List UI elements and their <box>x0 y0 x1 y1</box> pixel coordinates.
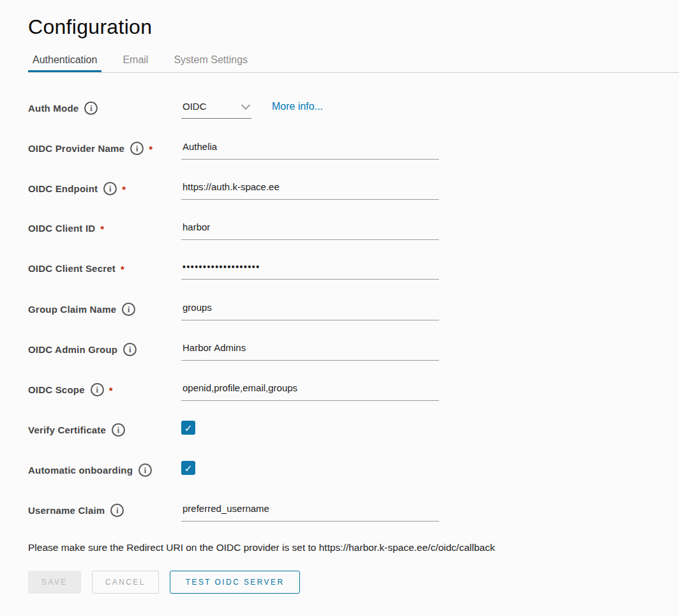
oidc-scope-input[interactable]: openid,profile,email,groups <box>181 378 439 401</box>
info-icon[interactable]: i <box>112 423 125 437</box>
check-icon: ✓ <box>184 463 193 473</box>
required-marker: * <box>109 384 113 396</box>
form-row-oidc-provider-name: OIDC Provider Namei*Authelia <box>28 137 679 161</box>
configuration-page: Configuration AuthenticationEmailSystem … <box>0 15 679 594</box>
group-claim-name-input[interactable]: groups <box>181 297 439 320</box>
automatic-onboarding-control: ✓ <box>181 458 195 475</box>
tab-system-settings[interactable]: System Settings <box>169 48 252 72</box>
info-icon[interactable]: i <box>122 303 135 316</box>
tab-email[interactable]: Email <box>118 48 153 72</box>
field-label-text: Verify Certificate <box>28 424 106 435</box>
oidc-admin-group-control: Harbor Admins <box>181 338 439 361</box>
field-label-text: OIDC Provider Name <box>28 143 124 154</box>
auth-mode-label: Auth Modei <box>28 96 181 115</box>
required-marker: * <box>149 142 153 154</box>
page-title: Configuration <box>28 15 679 39</box>
oidc-scope-label: OIDC Scopei* <box>28 378 181 396</box>
form-row-group-claim-name: Group Claim Nameigroups <box>28 297 679 322</box>
tab-bar: AuthenticationEmailSystem Settings <box>28 48 679 73</box>
field-label-text: Auth Mode <box>28 103 78 114</box>
form-row-oidc-admin-group: OIDC Admin GroupiHarbor Admins <box>28 338 679 362</box>
username-claim-control: preferred_username <box>181 499 439 522</box>
automatic-onboarding-label: Automatic onboardingi <box>28 458 181 477</box>
info-icon[interactable]: i <box>138 463 152 477</box>
field-label-text: OIDC Scope <box>28 384 85 395</box>
more-info-link[interactable]: More info... <box>272 96 323 112</box>
oidc-provider-name-label: OIDC Provider Namei* <box>28 137 181 155</box>
info-icon[interactable]: i <box>130 142 144 155</box>
oidc-client-secret-label: OIDC Client Secret* <box>28 257 181 274</box>
form-row-verify-certificate: Verify Certificatei✓ <box>28 418 679 442</box>
action-buttons: SAVE CANCEL TEST OIDC SERVER <box>28 571 679 594</box>
info-icon[interactable]: i <box>103 182 117 195</box>
username-claim-label: Username Claimi <box>28 499 181 517</box>
field-label-text: OIDC Client Secret <box>28 263 116 274</box>
auth-mode-control: OIDCMore info... <box>181 96 323 119</box>
oidc-provider-name-input[interactable]: Authelia <box>181 137 439 160</box>
info-icon[interactable]: i <box>123 343 137 356</box>
oidc-client-secret-control: ••••••••••••••••••• <box>181 257 439 280</box>
oidc-client-secret-input[interactable]: ••••••••••••••••••• <box>181 257 439 280</box>
form-row-auth-mode: Auth ModeiOIDCMore info... <box>28 96 679 121</box>
oidc-client-id-control: harbor <box>181 217 439 240</box>
oidc-client-id-label: OIDC Client ID* <box>28 217 181 234</box>
field-label-text: OIDC Admin Group <box>28 344 117 355</box>
oidc-endpoint-label: OIDC Endpointi* <box>28 177 181 195</box>
form-row-oidc-client-id: OIDC Client ID*harbor <box>28 217 679 241</box>
info-icon[interactable]: i <box>110 504 124 517</box>
info-icon[interactable]: i <box>91 383 104 396</box>
form-row-oidc-endpoint: OIDC Endpointi*https://auth.k-space.ee <box>28 177 679 201</box>
automatic-onboarding-checkbox[interactable]: ✓ <box>181 461 195 475</box>
required-marker: * <box>100 222 104 234</box>
save-button[interactable]: SAVE <box>28 571 81 594</box>
auth-settings-form: Auth ModeiOIDCMore info...OIDC Provider … <box>28 96 679 523</box>
oidc-endpoint-control: https://auth.k-space.ee <box>181 177 439 200</box>
group-claim-name-label: Group Claim Namei <box>28 297 181 316</box>
form-row-oidc-client-secret: OIDC Client Secret*••••••••••••••••••• <box>28 257 679 282</box>
oidc-client-id-input[interactable]: harbor <box>181 217 439 240</box>
check-icon: ✓ <box>184 423 193 433</box>
verify-certificate-checkbox[interactable]: ✓ <box>181 421 195 435</box>
oidc-endpoint-input[interactable]: https://auth.k-space.ee <box>181 177 439 200</box>
username-claim-input[interactable]: preferred_username <box>181 499 439 522</box>
chevron-down-icon <box>241 101 250 110</box>
test-oidc-server-button[interactable]: TEST OIDC SERVER <box>170 571 301 594</box>
field-label-text: Username Claim <box>28 505 105 516</box>
form-row-username-claim: Username Claimipreferred_username <box>28 499 679 523</box>
required-marker: * <box>121 262 124 274</box>
oidc-scope-control: openid,profile,email,groups <box>181 378 439 401</box>
auth-mode-selected-value: OIDC <box>183 101 207 112</box>
auth-mode-select[interactable]: OIDC <box>181 96 251 119</box>
field-label-text: OIDC Endpoint <box>28 183 98 194</box>
field-label-text: Automatic onboarding <box>28 465 133 476</box>
oidc-admin-group-input[interactable]: Harbor Admins <box>181 338 439 361</box>
redirect-uri-note: Please make sure the Redirect URI on the… <box>28 542 679 553</box>
oidc-provider-name-control: Authelia <box>181 137 439 160</box>
group-claim-name-control: groups <box>181 297 439 320</box>
required-marker: * <box>122 183 126 195</box>
info-icon[interactable]: i <box>84 101 98 115</box>
form-row-oidc-scope: OIDC Scopei*openid,profile,email,groups <box>28 378 679 402</box>
field-label-text: OIDC Client ID <box>28 223 95 234</box>
oidc-admin-group-label: OIDC Admin Groupi <box>28 338 181 356</box>
tab-authentication[interactable]: Authentication <box>28 48 101 72</box>
verify-certificate-label: Verify Certificatei <box>28 418 181 437</box>
field-label-text: Group Claim Name <box>28 304 116 315</box>
cancel-button[interactable]: CANCEL <box>92 571 159 594</box>
form-row-automatic-onboarding: Automatic onboardingi✓ <box>28 458 679 483</box>
verify-certificate-control: ✓ <box>181 418 195 435</box>
